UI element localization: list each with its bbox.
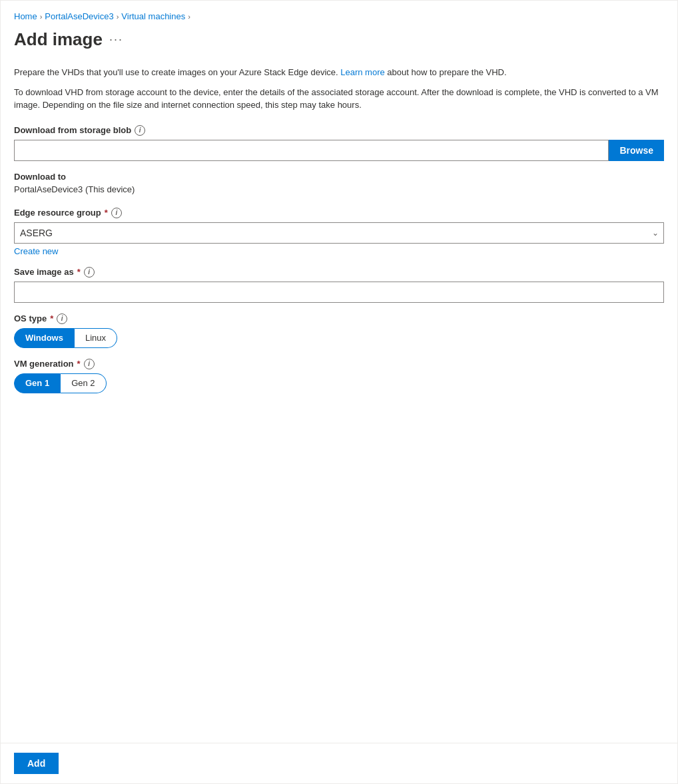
breadcrumb-home[interactable]: Home bbox=[14, 11, 37, 21]
desc-p1-text2: about how to prepare the VHD. bbox=[385, 67, 507, 77]
save-image-as-input[interactable] bbox=[14, 282, 664, 303]
download-from-storage-blob-section: Download from storage blob i Browse bbox=[14, 125, 664, 161]
os-type-label-text: OS type bbox=[14, 313, 47, 323]
vm-generation-label: VM generation * i bbox=[14, 359, 664, 369]
download-from-storage-blob-label: Download from storage blob i bbox=[14, 125, 664, 136]
content-area: Home › PortalAseDevice3 › Virtual machin… bbox=[1, 1, 677, 743]
vm-generation-toggle-group: Gen 1 Gen 2 bbox=[14, 373, 664, 393]
breadcrumb-vms[interactable]: Virtual machines bbox=[121, 11, 185, 21]
download-to-section: Download to PortalAseDevice3 (This devic… bbox=[14, 172, 664, 194]
os-type-windows-option[interactable]: Windows bbox=[14, 328, 75, 348]
footer-bar: Add bbox=[1, 743, 677, 783]
breadcrumb: Home › PortalAseDevice3 › Virtual machin… bbox=[14, 11, 664, 21]
save-image-as-required: * bbox=[77, 267, 81, 277]
os-type-label: OS type * i bbox=[14, 313, 664, 324]
breadcrumb-sep-2: › bbox=[117, 13, 119, 21]
add-button[interactable]: Add bbox=[14, 753, 59, 774]
vm-generation-gen1-option[interactable]: Gen 1 bbox=[14, 373, 61, 393]
breadcrumb-device[interactable]: PortalAseDevice3 bbox=[45, 11, 113, 21]
description-section: Prepare the VHDs that you'll use to crea… bbox=[14, 66, 664, 112]
download-from-storage-blob-label-text: Download from storage blob bbox=[14, 125, 131, 135]
download-from-storage-blob-input-group: Browse bbox=[14, 140, 664, 161]
edge-resource-group-select-wrapper: ASERG ⌄ bbox=[14, 222, 664, 244]
vm-generation-required: * bbox=[77, 359, 81, 369]
edge-resource-group-select[interactable]: ASERG bbox=[14, 222, 664, 244]
os-type-linux-option[interactable]: Linux bbox=[75, 328, 117, 348]
page-title: Add image bbox=[14, 29, 103, 50]
edge-resource-group-info-icon[interactable]: i bbox=[111, 208, 122, 218]
os-type-toggle-group: Windows Linux bbox=[14, 328, 664, 348]
description-paragraph1: Prepare the VHDs that you'll use to crea… bbox=[14, 66, 664, 79]
page-header: Add image ··· bbox=[14, 29, 664, 50]
edge-resource-group-label-text: Edge resource group bbox=[14, 208, 101, 218]
save-image-as-section: Save image as * i bbox=[14, 267, 664, 303]
learn-more-link[interactable]: Learn more bbox=[340, 67, 384, 77]
vm-generation-info-icon[interactable]: i bbox=[84, 359, 95, 369]
download-to-label: Download to bbox=[14, 172, 664, 182]
breadcrumb-sep-3: › bbox=[188, 13, 190, 21]
vm-generation-label-text: VM generation bbox=[14, 359, 74, 369]
save-image-as-label-text: Save image as bbox=[14, 267, 74, 277]
download-from-storage-blob-info-icon[interactable]: i bbox=[135, 125, 145, 136]
breadcrumb-sep-1: › bbox=[40, 13, 43, 21]
vm-generation-section: VM generation * i Gen 1 Gen 2 bbox=[14, 359, 664, 393]
os-type-section: OS type * i Windows Linux bbox=[14, 313, 664, 348]
os-type-required: * bbox=[50, 313, 53, 323]
save-image-as-label: Save image as * i bbox=[14, 267, 664, 278]
edge-resource-group-label: Edge resource group * i bbox=[14, 208, 664, 218]
browse-button[interactable]: Browse bbox=[609, 140, 664, 161]
create-new-link[interactable]: Create new bbox=[14, 246, 58, 256]
desc-p1-text1: Prepare the VHDs that you'll use to crea… bbox=[14, 67, 340, 77]
download-from-storage-blob-input[interactable] bbox=[14, 140, 609, 161]
edge-resource-group-section: Edge resource group * i ASERG ⌄ Create n… bbox=[14, 208, 664, 256]
more-options-button[interactable]: ··· bbox=[109, 33, 123, 47]
save-image-as-info-icon[interactable]: i bbox=[84, 267, 95, 278]
os-type-info-icon[interactable]: i bbox=[57, 313, 67, 324]
main-container: Home › PortalAseDevice3 › Virtual machin… bbox=[0, 0, 678, 784]
edge-resource-group-required: * bbox=[105, 208, 108, 218]
download-to-value: PortalAseDevice3 (This device) bbox=[14, 184, 664, 194]
description-paragraph2: To download VHD from storage account to … bbox=[14, 86, 664, 112]
vm-generation-gen2-option[interactable]: Gen 2 bbox=[61, 373, 106, 393]
